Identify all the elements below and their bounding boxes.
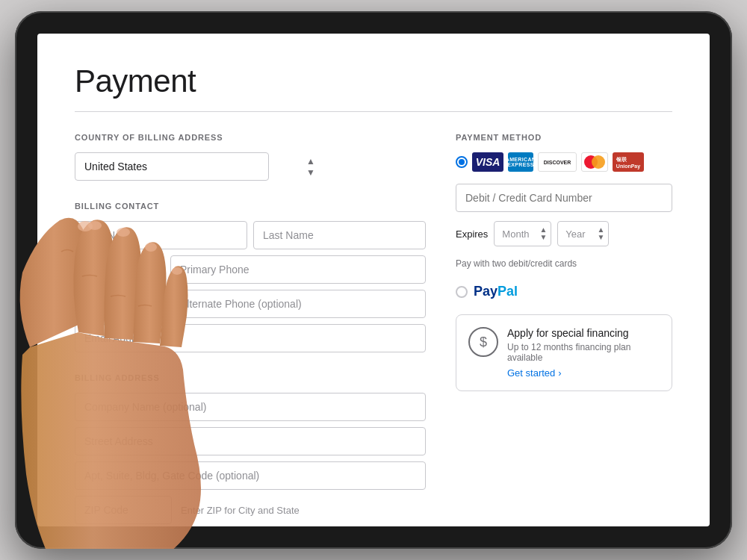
- financing-cta-arrow-icon: ›: [558, 367, 561, 379]
- financing-dollar-icon: $: [468, 327, 498, 357]
- alternate-phone-row: [75, 290, 426, 318]
- payment-method-label: PAYMENT METHOD: [456, 133, 672, 142]
- month-select[interactable]: Month 010203 040506 070809 101112: [494, 221, 551, 246]
- first-name-input[interactable]: [75, 221, 247, 249]
- apt-row: [75, 461, 426, 490]
- payment-method-section: PAYMENT METHOD VISA AMERICAN EXPRESS: [456, 133, 672, 269]
- mastercard-icon: [581, 152, 608, 172]
- primary-phone-row: [75, 255, 426, 284]
- financing-cta-text: Get started: [507, 367, 555, 379]
- tablet-screen: Payment COUNTRY OF BILLING ADDRESS Unite…: [37, 34, 710, 526]
- zip-input[interactable]: [75, 496, 172, 524]
- financing-cta-link[interactable]: Get started ›: [507, 367, 660, 379]
- area-code-1-input[interactable]: [75, 255, 164, 284]
- country-select[interactable]: United States Canada United Kingdom: [75, 152, 269, 181]
- billing-address-label: BILLING ADDRESS: [75, 373, 426, 382]
- paypal-logo: PayPal: [474, 284, 518, 299]
- pay-two-cards-text: Pay with two debit/credit cards: [456, 258, 672, 269]
- page-title: Payment: [75, 63, 672, 99]
- billing-contact-label: BILLING CONTACT: [75, 202, 426, 211]
- billing-address-section: BILLING ADDRESS Enter ZIP for C: [75, 373, 426, 524]
- street-input[interactable]: [75, 427, 426, 455]
- billing-contact-section: BILLING CONTACT: [75, 202, 426, 352]
- amex-icon: AMERICAN EXPRESS: [508, 152, 533, 172]
- page-content: Payment COUNTRY OF BILLING ADDRESS Unite…: [37, 34, 710, 526]
- visa-icon: VISA: [472, 152, 503, 172]
- unionpay-icon: 银联UnionPay: [613, 152, 644, 172]
- company-input[interactable]: [75, 393, 426, 421]
- street-row: [75, 427, 426, 455]
- zip-row: Enter ZIP for City and State: [75, 496, 426, 524]
- right-column: PAYMENT METHOD VISA AMERICAN EXPRESS: [456, 133, 672, 524]
- main-layout: COUNTRY OF BILLING ADDRESS United States…: [75, 133, 672, 524]
- last-name-input[interactable]: [253, 221, 426, 249]
- company-row: [75, 393, 426, 421]
- paypal-row: PayPal: [456, 284, 672, 299]
- apt-input[interactable]: [75, 461, 426, 490]
- country-section: COUNTRY OF BILLING ADDRESS United States…: [75, 133, 426, 181]
- year-select-wrapper: Year 202420252026 202720282029 ▲ ▼: [557, 221, 609, 246]
- expires-row: Expires Month 010203 040506 070809 10111…: [456, 221, 672, 246]
- email-row: [75, 324, 426, 352]
- left-column: COUNTRY OF BILLING ADDRESS United States…: [75, 133, 426, 524]
- primary-phone-input[interactable]: [170, 255, 426, 284]
- zip-hint: Enter ZIP for City and State: [181, 505, 300, 516]
- country-chevron-icon: ▲ ▼: [306, 156, 315, 178]
- financing-text: Apply for special financing Up to 12 mon…: [507, 327, 660, 379]
- financing-card: $ Apply for special financing Up to 12 m…: [456, 314, 672, 391]
- alternate-phone-input[interactable]: [170, 290, 426, 318]
- area-code-2-input[interactable]: [75, 290, 164, 318]
- radio-inner: [459, 159, 465, 165]
- name-row: [75, 221, 426, 249]
- payment-radio-selected[interactable]: [456, 156, 468, 168]
- paypal-radio[interactable]: [456, 286, 468, 298]
- email-input[interactable]: [75, 324, 426, 352]
- month-select-wrapper: Month 010203 040506 070809 101112 ▲ ▼: [494, 221, 551, 246]
- financing-title: Apply for special financing: [507, 327, 660, 339]
- page-divider: [75, 111, 672, 112]
- country-select-wrapper: United States Canada United Kingdom ▲ ▼: [75, 152, 426, 181]
- card-number-input[interactable]: [456, 184, 672, 212]
- discover-icon: DISCOVER: [538, 152, 577, 172]
- country-label: COUNTRY OF BILLING ADDRESS: [75, 133, 426, 142]
- year-select[interactable]: Year 202420252026 202720282029: [557, 221, 609, 246]
- expires-label: Expires: [456, 228, 488, 240]
- financing-subtitle: Up to 12 months financing plan available: [507, 342, 660, 363]
- tablet-device: Payment COUNTRY OF BILLING ADDRESS Unite…: [15, 11, 732, 549]
- card-icons-row: VISA AMERICAN EXPRESS DISCOVER: [456, 152, 672, 172]
